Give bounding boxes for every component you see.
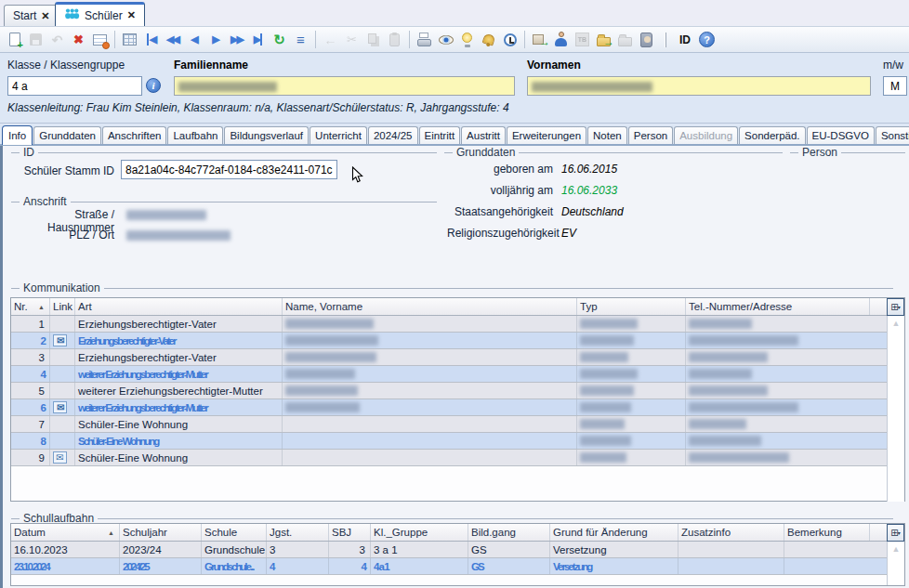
col-kl-gruppe[interactable]: Kl._Gruppe — [371, 524, 468, 541]
new-record-button[interactable]: + — [4, 29, 25, 50]
tab-anschriften[interactable]: Anschriften — [102, 126, 167, 144]
vertical-scrollbar[interactable]: ▲ — [887, 542, 904, 585]
scroll-up-icon[interactable]: ▲ — [892, 319, 901, 502]
vertical-scrollbar[interactable]: ▲ — [887, 316, 904, 502]
print-button[interactable] — [414, 29, 435, 50]
toolbar-drag-handle[interactable] — [665, 33, 666, 47]
col-datum[interactable]: Datum▲ — [11, 524, 120, 541]
copy-button[interactable] — [362, 29, 384, 50]
preview-button[interactable] — [435, 29, 456, 50]
table-row[interactable]: 4 weiterer Erziehungsberechtigter-Mutter — [11, 366, 904, 383]
save-button[interactable] — [25, 29, 46, 50]
tab-schuljahr[interactable]: 2024/25 — [368, 126, 418, 144]
table-row[interactable]: 16.10.2023 2023/24 Grundschule... 3 3 3 … — [11, 542, 904, 558]
export-button[interactable]: → — [529, 29, 550, 50]
first-record-button[interactable]: ◀ — [140, 29, 162, 50]
stamm-id-input[interactable] — [121, 160, 337, 179]
group-grunddaten-title: Grunddaten — [456, 146, 515, 159]
table-row[interactable]: 5 weiterer Erziehungsberechtigter-Mutter — [11, 383, 904, 399]
table-row[interactable]: 7 Schüler-Eine Wohnung — [11, 416, 904, 433]
col-jgst[interactable]: Jgst. — [267, 524, 329, 541]
list-view-button[interactable]: ≡ — [290, 29, 311, 50]
col-bemerkung[interactable]: Bemerkung — [784, 524, 870, 541]
tab-person[interactable]: Person — [628, 126, 673, 144]
tab-erweiterungen[interactable]: Erweiterungen — [507, 126, 586, 144]
previous-record-button[interactable]: ◀ — [183, 29, 204, 50]
col-zusatzinfo[interactable]: Zusatzinfo — [678, 524, 784, 541]
familienname-field[interactable] — [174, 76, 515, 96]
staat-label: Staatsangehörigkeit — [447, 205, 553, 218]
scroll-up-icon[interactable]: ▲ — [892, 544, 901, 585]
klasse-input[interactable] — [7, 76, 142, 96]
delete-button[interactable]: ✖ — [68, 29, 89, 50]
col-grund[interactable]: Grund für Änderung — [550, 524, 678, 541]
col-typ[interactable]: Typ — [577, 298, 686, 315]
back-button[interactable]: ← — [320, 29, 341, 50]
overview-button[interactable] — [119, 29, 140, 50]
tab-austritt[interactable]: Austritt — [461, 126, 506, 144]
info-icon[interactable]: i — [146, 78, 161, 93]
refresh-button[interactable]: ↻ — [269, 29, 290, 50]
table-row[interactable]: 6 ✉ weiterer Erziehungsberechtigter-Mutt… — [11, 399, 904, 416]
group-person-title: Person — [802, 146, 837, 159]
window-tab-schueler[interactable]: Schüler ✕ — [55, 2, 145, 26]
id-button[interactable]: ID — [674, 33, 696, 46]
window-tab-start[interactable]: Start ✕ — [4, 5, 59, 26]
col-bildgang[interactable]: Bild.gang — [468, 524, 550, 541]
help-button[interactable]: ? — [696, 29, 718, 50]
table-row[interactable]: 23.10.2024 2024/25 Grundschule... 4 4 4 … — [11, 558, 904, 575]
tab-unterricht[interactable]: Unterricht — [310, 126, 367, 144]
vornamen-field[interactable] — [527, 76, 871, 96]
close-icon[interactable]: ✕ — [127, 9, 136, 21]
undo-button[interactable]: ↶ — [46, 29, 68, 50]
table-row[interactable]: 8 Schüler-Eine Wohnung — [11, 433, 904, 450]
notifications-button[interactable] — [478, 29, 499, 50]
tb-import-button[interactable]: TB — [572, 29, 593, 50]
table-row[interactable]: 1 Erziehungsberechtigter-Vater — [11, 316, 904, 333]
paste-button[interactable] — [384, 29, 405, 50]
next-record-button[interactable]: ▶ — [204, 29, 226, 50]
col-schuljahr[interactable]: Schuljahr — [120, 524, 202, 541]
column-options-button[interactable]: ⊞▾ — [887, 298, 904, 316]
column-options-button[interactable]: ⊞▾ — [887, 524, 904, 542]
mail-icon[interactable]: ✉ — [53, 334, 67, 346]
col-schule[interactable]: Schule — [202, 524, 267, 541]
table-row[interactable]: 9 ✉ Schüler-Eine Wohnung — [11, 450, 904, 466]
redacted-value — [285, 319, 374, 329]
cut-button[interactable]: ✂ — [341, 29, 362, 50]
redacted-value — [178, 82, 277, 92]
close-icon[interactable]: ✕ — [41, 10, 49, 22]
refresh-icon: ↻ — [273, 32, 285, 48]
tab-sonderpaed[interactable]: Sonderpäd. — [739, 126, 805, 144]
tab-sonstiges[interactable]: Sonstiges — [876, 126, 909, 144]
tab-eu-dsgvo[interactable]: EU-DSGVO — [807, 126, 875, 144]
tab-info[interactable]: Info — [2, 125, 33, 145]
tab-eintritt[interactable]: Eintritt — [419, 126, 461, 144]
hints-button[interactable] — [456, 29, 478, 50]
tab-noten[interactable]: Noten — [587, 126, 627, 144]
tab-laufbahn[interactable]: Laufbahn — [167, 126, 223, 144]
col-name[interactable]: Name, Vorname — [283, 298, 577, 315]
table-row[interactable]: 2 ✉ Erziehungsberechtigter-Vater — [11, 333, 904, 349]
mail-icon[interactable]: ✉ — [53, 401, 67, 413]
table-row[interactable]: 3 Erziehungsberechtigter-Vater — [11, 349, 904, 366]
person-button[interactable] — [550, 29, 572, 50]
fast-forward-button[interactable]: ▶▶ — [226, 29, 247, 50]
col-nr[interactable]: Nr.▲ — [11, 298, 50, 315]
mail-icon[interactable]: ✉ — [53, 451, 67, 464]
folder-export-button[interactable]: → — [593, 29, 614, 50]
folder-button[interactable] — [614, 29, 636, 50]
col-sbj[interactable]: SBJ — [329, 524, 371, 541]
col-link[interactable]: Link — [50, 298, 75, 315]
tab-bildungsverlauf[interactable]: Bildungsverlauf — [224, 126, 309, 144]
last-record-button[interactable]: ▶ — [247, 29, 269, 50]
fast-backward-button[interactable]: ◀◀ — [162, 29, 183, 50]
col-art[interactable]: Art — [75, 298, 283, 315]
col-tel[interactable]: Tel.-Nummer/Adresse — [686, 298, 870, 315]
address-book-button[interactable] — [636, 29, 657, 50]
tab-grunddaten[interactable]: Grunddaten — [33, 126, 101, 144]
remove-form-button[interactable] — [89, 29, 111, 50]
mw-input[interactable] — [883, 76, 907, 96]
reminder-button[interactable] — [499, 29, 520, 50]
redacted-value — [689, 335, 798, 346]
